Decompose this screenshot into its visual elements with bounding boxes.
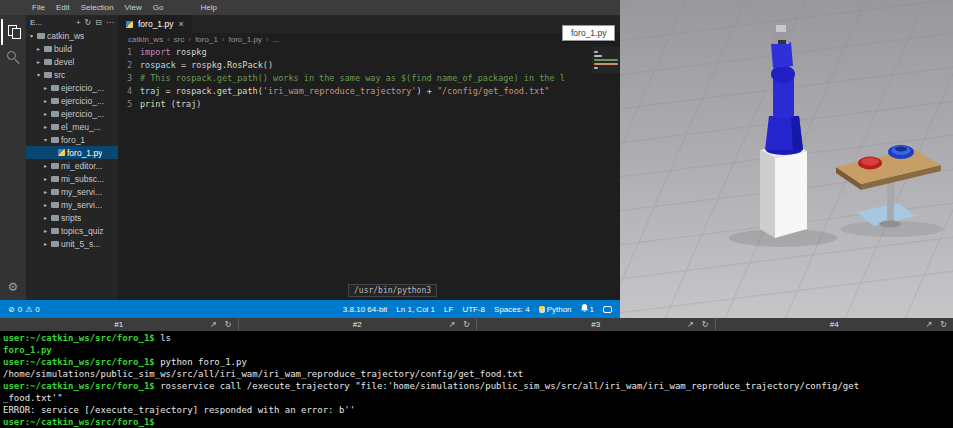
- line-number: 4: [118, 85, 140, 98]
- terminal-line: /home/simulations/public_sim_ws/src/all/…: [3, 368, 950, 380]
- terminal-tab-4[interactable]: #4↗↻: [716, 318, 953, 331]
- new-file-icon[interactable]: +: [76, 18, 81, 27]
- code-token: (): [263, 59, 273, 72]
- terminal-tab-label: #3: [591, 320, 600, 329]
- terminal-prompt: user:~/catkin_ws/src/foro_1$: [3, 333, 155, 343]
- tab-foro-1-py[interactable]: foro_1.py ×: [118, 15, 192, 33]
- tree-item-build[interactable]: ▸build: [26, 42, 118, 55]
- tree-item-label: foro_1: [61, 135, 85, 145]
- code-token: ) +: [416, 85, 436, 98]
- notifications-bell[interactable]: 1: [581, 304, 594, 314]
- chevron-right-icon: ▸: [42, 214, 49, 221]
- status-python[interactable]: Python: [539, 305, 572, 314]
- reload-icon[interactable]: ↻: [940, 320, 947, 329]
- menu-edit[interactable]: Edit: [56, 3, 70, 12]
- terminal-tab-label: #4: [830, 320, 839, 329]
- terminal-tab-actions: ↗↻: [210, 320, 231, 329]
- terminal-prompt: user:~/catkin_ws/src/foro_1$: [3, 417, 155, 427]
- terminal-line: ERROR: service [/execute_trajectory] res…: [3, 404, 950, 416]
- tree-item-mi-subsc-[interactable]: ▸mi_subsc...: [26, 172, 118, 185]
- status-item[interactable]: Ln 1, Col 1: [396, 305, 435, 314]
- breadcrumb-item[interactable]: foro_1: [195, 35, 218, 44]
- code-line: 4traj = rospack.get_path('iri_wam_reprod…: [118, 85, 620, 98]
- screencast-icon[interactable]: [603, 306, 612, 313]
- collapse-all-icon[interactable]: ⊟: [95, 18, 102, 27]
- chevron-right-icon: ▸: [42, 240, 49, 247]
- chevron-right-icon: ▸: [42, 84, 49, 91]
- menu-go[interactable]: Go: [153, 3, 164, 12]
- expand-icon[interactable]: ↗: [687, 320, 694, 329]
- menu-selection[interactable]: Selection: [81, 3, 114, 12]
- terminal-text: _food.txt'": [3, 393, 63, 403]
- reload-icon[interactable]: ↻: [225, 320, 232, 329]
- magnifier-handle: [14, 59, 19, 64]
- expand-icon[interactable]: ↗: [449, 320, 456, 329]
- file-tooltip: foro_1.py: [562, 25, 615, 41]
- explorer-icon[interactable]: [1, 19, 25, 45]
- tree-item-unit-5-s-[interactable]: ▸unit_5_s...: [26, 237, 118, 250]
- tree-item-label: unit_5_s...: [61, 239, 100, 249]
- tree-item-foro-1-py[interactable]: foro_1.py: [26, 146, 118, 159]
- breadcrumb-item[interactable]: foro_1.py: [229, 35, 262, 44]
- refresh-icon[interactable]: ↻: [85, 18, 92, 27]
- problems-indicator[interactable]: ⊘ 0 ⚠ 0: [8, 305, 40, 314]
- code-token: import: [140, 46, 171, 59]
- more-actions-icon[interactable]: ⋯: [106, 18, 114, 27]
- breadcrumb-item[interactable]: src: [174, 35, 185, 44]
- code-area[interactable]: 1import rospkg2rospack = rospkg.RosPack(…: [118, 46, 620, 300]
- search-icon[interactable]: [1, 45, 25, 71]
- terminal-tab-3[interactable]: #3↗↻: [477, 318, 716, 331]
- folder-icon: [51, 124, 59, 130]
- status-item[interactable]: LF: [444, 305, 453, 314]
- tree-item-src[interactable]: ▾src: [26, 68, 118, 81]
- terminal[interactable]: user:~/catkin_ws/src/foro_1$ lsforo_1.py…: [0, 331, 953, 428]
- breadcrumb-item[interactable]: catkin_ws: [128, 35, 163, 44]
- error-count: 0: [18, 305, 22, 314]
- folder-icon: [44, 72, 52, 78]
- file-tree: ▾catkin_ws▸build▸devel▾src▸ejercicio_...…: [26, 29, 118, 250]
- gazebo-viewport[interactable]: [620, 0, 953, 318]
- tree-item-ejercicio-[interactable]: ▸ejercicio_...: [26, 94, 118, 107]
- status-item[interactable]: Spaces: 4: [494, 305, 530, 314]
- minimap[interactable]: [592, 47, 620, 73]
- tree-item-sripts[interactable]: ▸sripts: [26, 211, 118, 224]
- tree-item-ejercicio-[interactable]: ▸ejercicio_...: [26, 81, 118, 94]
- error-icon: ⊘: [8, 305, 15, 314]
- chevron-right-icon: ▸: [42, 97, 49, 104]
- breadcrumb-separator: ›: [188, 35, 191, 44]
- expand-icon[interactable]: ↗: [210, 320, 217, 329]
- reload-icon[interactable]: ↻: [702, 320, 709, 329]
- tree-item-ejercicio-[interactable]: ▸ejercicio_...: [26, 107, 118, 120]
- tree-item-label: el_meu_...: [61, 122, 101, 132]
- tree-item-label: mi_editor...: [61, 161, 103, 171]
- tree-item-my-servi-[interactable]: ▸my_servi...: [26, 185, 118, 198]
- terminal-tab-label: #1: [114, 320, 123, 329]
- minimap-line: [594, 51, 598, 53]
- terminal-tab-2[interactable]: #2↗↻: [239, 318, 478, 331]
- tree-item-devel[interactable]: ▸devel: [26, 55, 118, 68]
- chevron-down-icon: ▾: [35, 71, 42, 78]
- expand-icon[interactable]: ↗: [926, 320, 933, 329]
- menu-help[interactable]: Help: [200, 3, 216, 12]
- status-item[interactable]: UTF-8: [462, 305, 485, 314]
- menu-view[interactable]: View: [125, 3, 142, 12]
- warning-icon: ⚠: [25, 305, 32, 314]
- tree-item-mi-editor-[interactable]: ▸mi_editor...: [26, 159, 118, 172]
- breadcrumb-item[interactable]: ...: [273, 35, 280, 44]
- status-item[interactable]: 3.8.10 64-bit: [343, 305, 387, 314]
- tree-item-topics-quiz[interactable]: ▸topics_quiz: [26, 224, 118, 237]
- tree-item-el-meu-[interactable]: ▸el_meu_...: [26, 120, 118, 133]
- tree-item-my-servi-[interactable]: ▸my_servi...: [26, 198, 118, 211]
- terminal-text: /home/simulations/public_sim_ws/src/all/…: [3, 369, 523, 379]
- menu-file[interactable]: File: [32, 3, 45, 12]
- interpreter-tooltip: /usr/bin/python3: [348, 284, 437, 297]
- reload-icon[interactable]: ↻: [463, 320, 470, 329]
- settings-gear-icon[interactable]: ⚙: [8, 280, 19, 294]
- explorer-title: E...: [30, 18, 42, 27]
- close-tab-icon[interactable]: ×: [178, 19, 183, 29]
- tree-item-catkin-ws[interactable]: ▾catkin_ws: [26, 29, 118, 42]
- code-token: "/config/get_food.txt": [437, 85, 550, 98]
- tree-item-foro-1[interactable]: ▾foro_1: [26, 133, 118, 146]
- editor: foro_1.py × catkin_ws›src›foro_1›foro_1.…: [118, 15, 620, 300]
- terminal-tab-1[interactable]: #1↗↻: [0, 318, 239, 331]
